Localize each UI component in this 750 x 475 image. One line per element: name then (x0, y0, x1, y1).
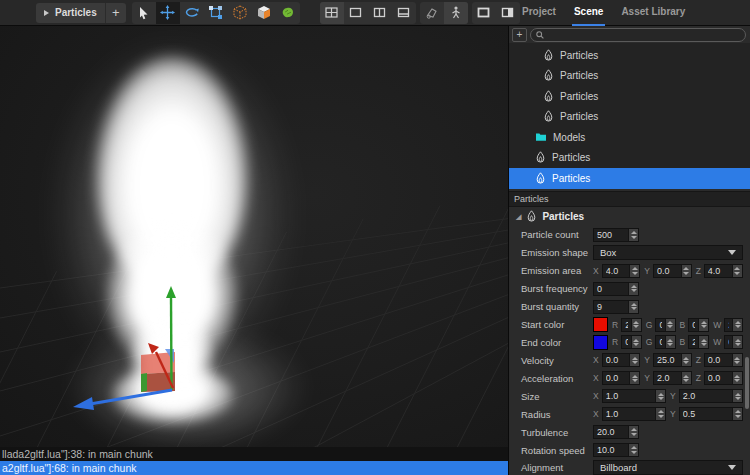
rotate-tool-button[interactable] (180, 2, 204, 24)
scene-tab-particles[interactable]: Particles (36, 7, 105, 18)
radius-x-spinner[interactable] (655, 408, 665, 420)
velocity-y-input[interactable] (653, 353, 692, 367)
search-input[interactable] (530, 28, 746, 42)
add-scene-tab-button[interactable]: + (105, 3, 126, 23)
turbulence-input[interactable] (593, 425, 639, 439)
solid-cube-tool-button[interactable] (252, 2, 276, 24)
radius-y-value[interactable] (680, 408, 732, 420)
particle-count-spinner[interactable] (628, 229, 638, 241)
end-color-r-spinner[interactable] (631, 336, 641, 348)
radius-x-value[interactable] (603, 408, 655, 420)
start-color-b-value[interactable] (689, 319, 698, 331)
particle-count-input[interactable] (593, 228, 639, 242)
select-tool-button[interactable] (132, 2, 156, 24)
paint-mode-button[interactable] (420, 2, 444, 24)
console-line-selected[interactable]: a2gltf.lua"]:68: in main chunk (0, 461, 508, 475)
acceleration-z-input[interactable] (704, 371, 743, 385)
start-color-b-input[interactable] (688, 318, 709, 332)
end-color-w-value[interactable] (725, 336, 732, 348)
emission-area-x-spinner[interactable] (629, 265, 639, 277)
tree-item-particles[interactable]: Particles (509, 45, 750, 66)
burst-frequency-value[interactable] (594, 283, 628, 295)
end-color-g-input[interactable] (655, 335, 675, 349)
emission-area-y-input[interactable] (653, 264, 692, 278)
acceleration-y-input[interactable] (653, 371, 692, 385)
acceleration-x-value[interactable] (603, 372, 630, 384)
velocity-y-value[interactable] (654, 354, 681, 366)
rotation-speed-value[interactable] (594, 444, 628, 456)
end-color-w-input[interactable] (724, 335, 743, 349)
start-color-w-input[interactable] (724, 318, 743, 332)
start-color-r-spinner[interactable] (631, 319, 641, 331)
tab-asset-library[interactable]: Asset Library (619, 6, 687, 26)
end-color-b-value[interactable] (689, 336, 698, 348)
add-node-button[interactable]: + (512, 28, 527, 42)
emission-area-x-value[interactable] (603, 265, 630, 277)
start-color-w-value[interactable] (725, 319, 732, 331)
burst-frequency-input[interactable] (593, 282, 639, 296)
size-x-value[interactable] (603, 390, 655, 402)
radius-x-input[interactable] (602, 407, 666, 421)
wireframe-cube-tool-button[interactable] (228, 2, 252, 24)
emission-area-z-input[interactable] (704, 264, 743, 278)
end-color-r-input[interactable] (621, 335, 642, 349)
start-color-swatch[interactable] (593, 317, 608, 332)
velocity-z-spinner[interactable] (732, 354, 742, 366)
tree-item-particles[interactable]: Particles (509, 86, 750, 107)
grab-tool-button[interactable] (276, 2, 300, 24)
transform-gizmo[interactable] (0, 26, 508, 447)
size-x-input[interactable] (602, 389, 666, 403)
acceleration-z-value[interactable] (705, 372, 732, 384)
velocity-x-spinner[interactable] (629, 354, 639, 366)
panel-right-filled-button[interactable] (496, 2, 520, 24)
start-color-r-value[interactable] (622, 319, 631, 331)
acceleration-x-input[interactable] (602, 371, 641, 385)
emission-area-y-spinner[interactable] (681, 265, 691, 277)
end-color-g-value[interactable] (656, 336, 664, 348)
start-color-r-input[interactable] (621, 318, 642, 332)
acceleration-x-spinner[interactable] (629, 372, 639, 384)
radius-y-spinner[interactable] (732, 408, 742, 420)
emission-area-y-value[interactable] (654, 265, 681, 277)
emission-area-x-input[interactable] (602, 264, 641, 278)
size-y-spinner[interactable] (732, 390, 742, 402)
rig-mode-button[interactable] (444, 2, 468, 24)
burst-frequency-spinner[interactable] (628, 283, 638, 295)
velocity-z-input[interactable] (704, 353, 743, 367)
layout-single-button[interactable] (344, 2, 368, 24)
size-x-spinner[interactable] (655, 390, 665, 402)
emission-area-z-value[interactable] (705, 265, 732, 277)
end-color-r-value[interactable] (622, 336, 631, 348)
inspector-scrollbar[interactable] (745, 357, 749, 409)
particle-count-value[interactable] (594, 229, 628, 241)
gizmo-axis-y[interactable] (171, 296, 172, 390)
size-y-value[interactable] (680, 390, 732, 402)
velocity-y-spinner[interactable] (681, 354, 691, 366)
tree-item-particles[interactable]: Particles (509, 107, 750, 128)
inspector-section-header[interactable]: Particles (509, 207, 750, 226)
tree-item-particles[interactable]: Particles (509, 148, 750, 169)
tab-project[interactable]: Project (520, 6, 558, 26)
rotation-speed-spinner[interactable] (628, 444, 638, 456)
end-color-w-spinner[interactable] (732, 336, 742, 348)
turbulence-spinner[interactable] (628, 426, 638, 438)
layout-split-vertical-button[interactable] (368, 2, 392, 24)
acceleration-y-spinner[interactable] (681, 372, 691, 384)
emission-area-z-spinner[interactable] (732, 265, 742, 277)
layout-split-bottom-button[interactable] (392, 2, 416, 24)
panel-outline-button[interactable] (472, 2, 496, 24)
tree-item-particles[interactable]: Particles (509, 168, 750, 189)
scale-tool-button[interactable] (204, 2, 228, 24)
burst-quantity-input[interactable] (593, 300, 639, 314)
layout-quad-button[interactable] (320, 2, 344, 24)
start-color-w-spinner[interactable] (732, 319, 742, 331)
turbulence-value[interactable] (594, 426, 628, 438)
tab-scene[interactable]: Scene (572, 6, 605, 26)
acceleration-z-spinner[interactable] (732, 372, 742, 384)
velocity-z-value[interactable] (705, 354, 732, 366)
end-color-g-spinner[interactable] (665, 336, 675, 348)
burst-quantity-spinner[interactable] (628, 301, 638, 313)
acceleration-y-value[interactable] (654, 372, 681, 384)
rotation-speed-input[interactable] (593, 443, 639, 457)
gizmo-axis-z[interactable] (90, 390, 172, 404)
